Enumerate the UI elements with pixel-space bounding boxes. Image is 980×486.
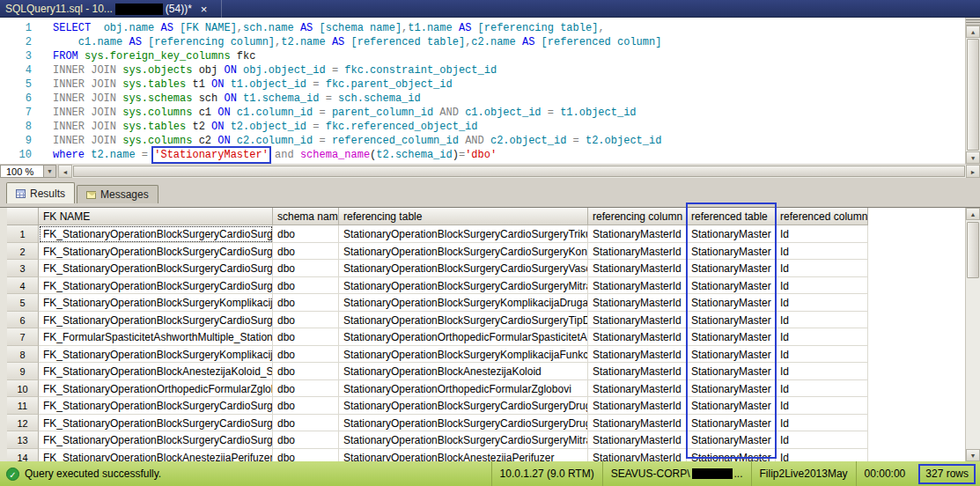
column-header[interactable]: schema name [273, 208, 339, 225]
grid-cell[interactable]: FK_StationaryOperationBlockAnestezijaPer… [39, 449, 273, 462]
grid-cell[interactable]: Id [776, 346, 868, 364]
code-line[interactable]: 9INNER JOIN sys.columns c2 ON c2.column_… [0, 134, 964, 148]
scrollbar-thumb[interactable] [967, 39, 979, 151]
row-number[interactable]: 7 [7, 328, 39, 346]
grid-cell[interactable]: StationaryOperationBlockAnestezijaKoloid [339, 363, 588, 380]
row-number[interactable]: 4 [7, 277, 39, 295]
column-header[interactable]: FK NAME [39, 208, 273, 225]
grid-cell[interactable]: StationaryMasterId [588, 243, 687, 261]
code-line[interactable]: 10where t2.name = 'StationaryMaster' and… [0, 148, 964, 162]
scroll-down-icon[interactable]: ▼ [966, 151, 980, 164]
code-line[interactable]: 1SELECT obj.name AS [FK NAME],sch.name A… [0, 21, 964, 35]
code-line[interactable]: 3FROM sys.foreign_key_columns fkc [0, 49, 964, 63]
table-row[interactable]: 9FK_StationaryOperationBlockAnestezijaKo… [7, 363, 980, 380]
row-number[interactable]: 5 [7, 294, 39, 312]
scrollbar-thumb[interactable] [967, 222, 979, 278]
grid-cell[interactable]: StationaryMaster [687, 431, 776, 449]
grid-cell[interactable]: Id [776, 328, 868, 346]
table-row[interactable]: 5FK_StationaryOperationBlockSurgeryKompl… [7, 294, 980, 312]
grid-cell[interactable]: StationaryMaster [687, 312, 776, 329]
grid-cell[interactable]: StationaryMasterId [588, 397, 687, 415]
row-selector-header[interactable] [7, 208, 39, 225]
scroll-down-icon[interactable]: ▼ [966, 449, 980, 461]
scroll-left-icon[interactable]: ◄ [58, 165, 72, 178]
code-line[interactable]: 5INNER JOIN sys.tables t1 ON t1.object_i… [0, 77, 964, 92]
tab-results[interactable]: Results [6, 182, 75, 203]
scrollbar-track[interactable] [966, 220, 980, 449]
grid-cell[interactable]: StationaryOperationBlockSurgeryKomplikac… [339, 294, 588, 312]
grid-cell[interactable]: FK_StationaryOperationBlockAnestezijaKol… [39, 363, 273, 380]
splitter-grip-icon[interactable] [966, 18, 980, 26]
grid-cell[interactable]: StationaryMaster [687, 397, 776, 415]
column-header[interactable]: referenced table [687, 208, 776, 225]
row-number[interactable]: 3 [7, 260, 39, 277]
row-number[interactable]: 2 [7, 243, 39, 261]
grid-cell[interactable]: FK_StationaryOperationBlockSurgeryKompli… [39, 346, 273, 364]
grid-cell[interactable]: dbo [273, 346, 339, 364]
grid-cell[interactable]: Id [776, 431, 868, 449]
grid-cell[interactable]: dbo [273, 260, 339, 277]
grid-cell[interactable]: StationaryMaster [687, 260, 776, 277]
grid-cell[interactable]: dbo [273, 397, 339, 415]
grid-cell[interactable]: StationaryMasterId [588, 225, 687, 243]
document-tab[interactable]: SQLQuery11.sql - 10... (54))* × [0, 0, 222, 18]
sql-editor[interactable]: 1SELECT obj.name AS [FK NAME],sch.name A… [0, 18, 980, 164]
grid-cell[interactable]: StationaryMaster [687, 449, 776, 462]
grid-cell[interactable]: StationaryOperationOrthopedicFormularSpa… [339, 328, 588, 346]
table-row[interactable]: 10FK_StationaryOperationOrthopedicFormul… [7, 380, 980, 398]
grid-cell[interactable]: StationaryOperationBlockAnestezijaPerifu… [339, 449, 588, 462]
row-number[interactable]: 1 [7, 225, 39, 243]
table-row[interactable]: 1FK_StationaryOperationBlockSurgeryCardi… [7, 225, 980, 243]
row-number[interactable]: 14 [7, 449, 39, 462]
grid-cell[interactable]: dbo [273, 380, 339, 398]
scroll-up-icon[interactable]: ▲ [966, 26, 980, 38]
code-line[interactable]: 2 c1.name AS [referencing column],t2.nam… [0, 35, 964, 49]
editor-vertical-scrollbar[interactable]: ▲ ▼ [965, 18, 980, 164]
grid-cell[interactable]: StationaryMaster [687, 380, 776, 398]
table-row[interactable]: 3FK_StationaryOperationBlockSurgeryCardi… [7, 260, 980, 277]
grid-cell[interactable]: FK_StationaryOperationBlockSurgeryKompli… [39, 294, 273, 312]
code-line[interactable]: 4INNER JOIN sys.objects obj ON obj.objec… [0, 63, 964, 77]
grid-cell[interactable]: Id [776, 294, 868, 312]
grid-cell[interactable]: StationaryMasterId [588, 328, 687, 346]
grid-cell[interactable]: dbo [273, 431, 339, 449]
row-number[interactable]: 10 [7, 380, 39, 398]
table-row[interactable]: 12FK_StationaryOperationBlockSurgeryCard… [7, 415, 980, 432]
grid-cell[interactable]: StationaryOperationBlockSurgeryCardioSur… [339, 225, 588, 243]
grid-cell[interactable]: StationaryMasterId [588, 449, 687, 462]
grid-cell[interactable]: FK_StationaryOperationBlockSurgeryCardio… [39, 431, 273, 449]
grid-cell[interactable]: StationaryMasterId [588, 312, 687, 329]
code-line[interactable]: 8INNER JOIN sys.tables t2 ON t2.object_i… [0, 120, 964, 134]
grid-cell[interactable]: FK_StationaryOperationBlockSurgeryCardio… [39, 225, 273, 243]
table-row[interactable]: 8FK_StationaryOperationBlockSurgeryKompl… [7, 346, 980, 364]
grid-cell[interactable]: StationaryMasterId [588, 260, 687, 277]
grid-cell[interactable]: FK_StationaryOperationBlockSurgeryCardio… [39, 243, 273, 261]
row-number[interactable]: 8 [7, 346, 39, 364]
grid-cell[interactable]: StationaryOperationBlockSurgeryCardioSur… [339, 277, 588, 295]
row-number[interactable]: 12 [7, 415, 39, 432]
grid-vertical-scrollbar[interactable]: ▲ ▼ [965, 208, 980, 461]
grid-cell[interactable]: FK_FormularSpasticitetAshworthMultiple_S… [39, 328, 273, 346]
grid-cell[interactable]: dbo [273, 277, 339, 295]
grid-cell[interactable]: dbo [273, 328, 339, 346]
grid-cell[interactable]: Id [776, 449, 868, 462]
table-row[interactable]: 7FK_FormularSpasticitetAshworthMultiple_… [7, 328, 980, 346]
grid-cell[interactable]: StationaryMaster [687, 277, 776, 295]
table-row[interactable]: 6FK_StationaryOperationBlockSurgeryCardi… [7, 312, 980, 329]
grid-cell[interactable]: Id [776, 225, 868, 243]
grid-cell[interactable]: dbo [273, 363, 339, 380]
grid-cell[interactable]: FK_StationaryOperationBlockSurgeryCardio… [39, 312, 273, 329]
grid-cell[interactable]: StationaryMaster [687, 415, 776, 432]
grid-cell[interactable]: StationaryOperationBlockSurgeryCardioSur… [339, 243, 588, 261]
grid-cell[interactable]: dbo [273, 449, 339, 462]
column-header[interactable]: referencing table [339, 208, 588, 225]
grid-cell[interactable]: StationaryOperationBlockSurgeryCardioSur… [339, 260, 588, 277]
grid-cell[interactable]: Id [776, 380, 868, 398]
scroll-right-icon[interactable]: ► [966, 165, 980, 178]
grid-cell[interactable]: FK_StationaryOperationBlockSurgeryCardio… [39, 415, 273, 432]
grid-cell[interactable]: dbo [273, 294, 339, 312]
grid-cell[interactable]: Id [776, 363, 868, 380]
grid-cell[interactable]: StationaryMaster [687, 243, 776, 261]
grid-cell[interactable]: StationaryOperationBlockSurgeryKomplikac… [339, 346, 588, 364]
code-line[interactable]: 6INNER JOIN sys.schemas sch ON t1.schema… [0, 92, 964, 106]
